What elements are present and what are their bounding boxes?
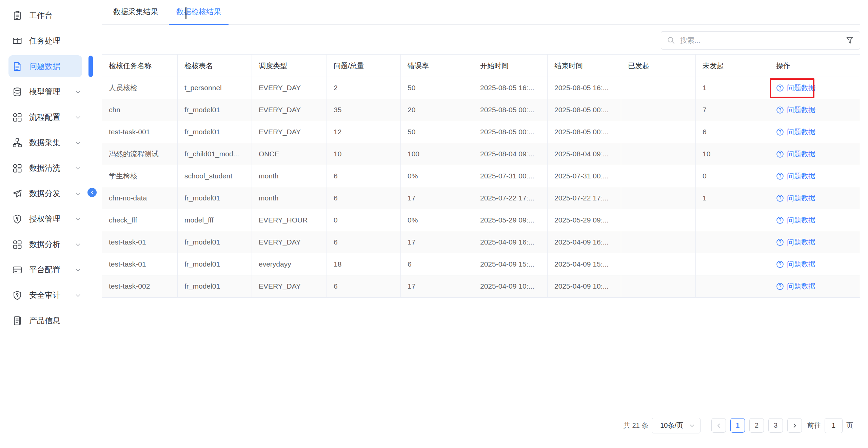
page-button-3[interactable]: 3 [768,418,783,433]
problem-data-document-icon [12,61,22,72]
filter-funnel-icon[interactable] [845,36,854,45]
sidebar-item-process-config[interactable]: 流程配置 [0,104,92,130]
problem-data-link-label: 问题数据 [787,259,815,269]
table-cell [621,77,696,99]
table-cell [621,231,696,253]
page-button-2[interactable]: 2 [749,418,764,433]
table-row: 人员核检t_personnelEVERY_DAY2502025-08-05 16… [102,77,860,99]
table-cell [696,275,769,297]
column-header: 开始时间 [473,55,548,77]
sidebar-item-data-clean[interactable]: 数据清洗 [0,155,92,181]
problem-data-link-label: 问题数据 [787,105,815,115]
search-box [661,31,860,50]
table-row: test-task-002fr_model01EVERY_DAY6172025-… [102,275,860,297]
sidebar-item-model-manage[interactable]: 模型管理 [0,79,92,104]
table-cell: 冯然的流程测试 [102,143,178,165]
table-cell [696,253,769,275]
problem-data-link-label: 问题数据 [787,83,815,93]
sidebar-item-problem-data[interactable]: 问题数据 [0,54,92,79]
table-cell-actions: 问题数据 [769,121,860,143]
chevron-left-icon [89,190,95,195]
page-button-1[interactable]: 1 [730,418,745,433]
table-cell: 0% [401,165,473,187]
sidebar-item-security-audit[interactable]: 安全审计 [0,283,92,308]
goto-unit: 页 [846,421,853,430]
text-cursor [185,7,186,19]
chevron-down-icon [74,190,82,197]
sidebar-item-label: 任务处理 [29,36,60,46]
table-cell: 2025-08-05 00:... [548,121,621,143]
chevron-down-icon [74,164,82,172]
goto-page-input[interactable] [825,418,843,433]
problem-data-link[interactable]: 问题数据 [776,83,815,93]
prev-page-button[interactable] [711,418,726,433]
sidebar-item-label: 授权管理 [29,214,60,224]
column-header: 调度类型 [252,55,327,77]
table-cell-actions: 问题数据 [769,77,860,99]
table-cell: t_personnel [178,77,252,99]
sidebar-item-data-distribute[interactable]: 数据分发 [0,181,92,206]
table-cell: 人员核检 [102,77,178,99]
table-cell: 2025-08-05 00:... [473,121,548,143]
table-cell: 2025-04-09 15:... [548,253,621,275]
sidebar-item-task-handle[interactable]: 任务处理 [0,28,92,54]
sidebar-item-platform-config[interactable]: 平台配置 [0,257,92,283]
tab-bar: 数据采集结果数据检核结果 [102,0,860,25]
table-cell: 0% [401,209,473,231]
problem-data-link-label: 问题数据 [787,215,815,225]
next-page-button[interactable] [787,418,802,433]
problem-data-link-label: 问题数据 [787,237,815,247]
sidebar-item-label: 工作台 [29,10,53,21]
table-cell: fr_model01 [178,99,252,121]
chevron-down-icon [74,139,82,147]
question-circle-icon [776,106,784,114]
sidebar-item-data-analysis[interactable]: 数据分析 [0,232,92,257]
table-cell-actions: 问题数据 [769,275,860,297]
page-size-value: 10条/页 [660,421,683,430]
question-circle-icon [776,216,784,224]
chevron-down-icon [689,422,695,429]
table-cell: test-task-001 [102,121,178,143]
table-cell: check_fff [102,209,178,231]
table-cell: month [252,187,327,209]
product-notebook-icon [12,316,22,326]
table-header-row: 检核任务名称检核表名调度类型问题/总量错误率开始时间结束时间已发起未发起操作 [102,55,860,77]
page-buttons: 123 [730,418,783,433]
table-cell: everydayy [252,253,327,275]
sidebar-item-data-collect[interactable]: 数据采集 [0,130,92,155]
sidebar-item-label: 安全审计 [29,290,60,300]
table-cell: 1 [696,187,769,209]
sidebar: 工作台任务处理问题数据模型管理流程配置数据采集数据清洗数据分发授权管理数据分析平… [0,0,92,448]
sidebar-item-product-info[interactable]: 产品信息 [0,308,92,333]
search-input[interactable] [680,36,841,44]
chevron-down-icon [74,292,82,299]
table-cell: fr_child01_mod... [178,143,252,165]
column-header: 错误率 [401,55,473,77]
table-cell: fr_model01 [178,187,252,209]
table-row: chnfr_model01EVERY_DAY35202025-08-05 00:… [102,99,860,121]
sidebar-item-label: 平台配置 [29,265,60,275]
problem-data-link[interactable]: 问题数据 [776,171,815,181]
problem-data-link[interactable]: 问题数据 [776,149,815,159]
problem-data-link[interactable]: 问题数据 [776,105,815,115]
problem-data-link[interactable]: 问题数据 [776,237,815,247]
table-cell: 6 [696,121,769,143]
question-circle-icon [776,238,784,246]
table-cell: 2 [327,77,401,99]
problem-data-link[interactable]: 问题数据 [776,215,815,225]
table-row: test-task-01fr_model01everydayy1862025-0… [102,253,860,275]
problem-data-link[interactable]: 问题数据 [776,127,815,137]
sidebar-collapse-button[interactable] [87,188,97,197]
table-cell: EVERY_DAY [252,275,327,297]
table-cell: EVERY_HOUR [252,209,327,231]
tab-data-check-result[interactable]: 数据检核结果 [169,0,229,25]
problem-data-link[interactable]: 问题数据 [776,259,815,269]
problem-data-link[interactable]: 问题数据 [776,193,815,203]
problem-data-link[interactable]: 问题数据 [776,281,815,291]
page-size-select[interactable]: 10条/页 [652,418,701,433]
sidebar-item-auth-manage[interactable]: 授权管理 [0,206,92,232]
table-cell [621,209,696,231]
table-cell: ONCE [252,143,327,165]
tab-data-collect-result[interactable]: 数据采集结果 [106,0,165,25]
sidebar-item-workbench[interactable]: 工作台 [0,3,92,28]
